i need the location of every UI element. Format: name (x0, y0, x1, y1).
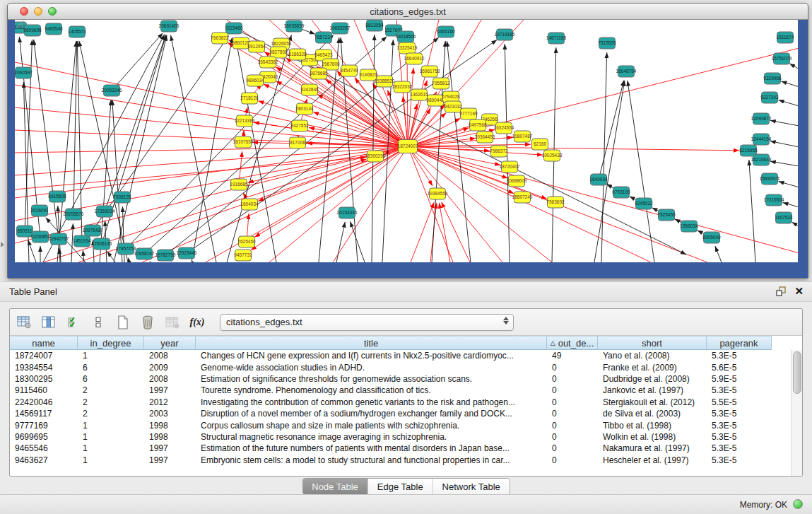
graph-node[interactable]: 10975487 (83, 225, 103, 236)
table-cell[interactable]: 2003 (144, 409, 196, 419)
table-row[interactable]: 946554611997Estimation of the future num… (10, 443, 792, 454)
citation-edge-black[interactable] (749, 160, 755, 262)
column-header-out_de[interactable]: △out_de... (547, 336, 598, 350)
citation-edge-red[interactable] (411, 202, 434, 262)
table-select-dropdown[interactable]: citations_edges.txt (220, 314, 514, 331)
citation-edge-red[interactable] (43, 159, 367, 262)
table-cell[interactable]: 2009 (144, 363, 196, 373)
table-cell[interactable]: Stergiakouli et al. (2012) (598, 397, 707, 407)
table-cell[interactable]: 9777169 (10, 421, 78, 431)
table-cell[interactable]: 9463627 (10, 455, 78, 465)
graph-node[interactable]: 1604934 (240, 199, 259, 210)
graph-node[interactable]: 7986372 (490, 146, 508, 157)
graph-node[interactable]: 7563692 (546, 197, 565, 208)
citation-edge-red[interactable] (254, 146, 408, 237)
network-graph[interactable]: 9463627969969594655461405574206914069115… (15, 20, 798, 262)
citation-edge-black[interactable] (781, 81, 798, 87)
network-canvas[interactable]: 9463627969969594655461405574206914069115… (15, 20, 798, 262)
graph-node[interactable]: 8915505 (48, 191, 66, 202)
graph-node[interactable]: 12923446 (177, 247, 197, 259)
delete-table-icon[interactable] (140, 315, 155, 330)
graph-node[interactable]: 10719185 (495, 29, 515, 40)
graph-node[interactable]: 8813054 (365, 20, 384, 31)
citation-edge-red[interactable] (264, 84, 408, 146)
citation-edge-black[interactable] (114, 35, 167, 262)
table-cell[interactable]: 5.6E-5 (707, 363, 772, 373)
table-cell[interactable]: Structural magnetic resonance image aver… (196, 432, 547, 442)
graph-node[interactable]: 19218506 (396, 31, 416, 42)
graph-node[interactable]: 16107554 (233, 136, 254, 148)
graph-node[interactable]: 17016504 (764, 194, 784, 206)
function-builder-icon[interactable]: f(x) (189, 315, 205, 330)
graph-node[interactable]: 10025438 (542, 150, 563, 161)
table-cell[interactable]: Wolkin et al. (1998) (598, 432, 707, 442)
graph-node[interactable]: 16210643 (751, 154, 772, 165)
citation-edge-black[interactable] (171, 35, 216, 262)
table-row[interactable]: 911546021997Tourette syndrome. Phenomeno… (10, 385, 792, 396)
table-cell[interactable]: 5.3E-5 (707, 455, 772, 465)
table-row[interactable]: 969969511998Structural magnetic resonanc… (10, 431, 792, 443)
citation-edge-black[interactable] (770, 161, 798, 166)
graph-node[interactable]: 16033839 (284, 21, 305, 32)
table-cell[interactable]: 1998 (144, 432, 196, 442)
graph-node[interactable]: 7525450 (657, 209, 676, 221)
table-cell[interactable]: 14569117 (10, 409, 78, 419)
graph-node[interactable]: 12093872 (751, 113, 772, 124)
table-cell[interactable]: 5.3E-5 (707, 432, 772, 442)
minimize-window-button[interactable] (34, 7, 42, 16)
citation-edge-black[interactable] (128, 258, 129, 262)
table-cell[interactable]: 2 (78, 385, 144, 395)
graph-node[interactable]: 9699695 (23, 25, 42, 36)
table-cell[interactable]: 0 (547, 443, 598, 453)
float-panel-icon[interactable] (775, 286, 787, 297)
graph-node[interactable]: 17359934 (95, 206, 115, 217)
graph-node[interactable]: 20206576 (64, 209, 84, 220)
table-cell[interactable]: 9115460 (10, 385, 78, 395)
table-cell[interactable]: Hescheler et al. (1997) (598, 455, 707, 465)
table-cell[interactable]: 2008 (144, 374, 196, 384)
citation-edge-black[interactable] (789, 64, 798, 69)
graph-node[interactable]: 1916685 (230, 179, 248, 190)
table-panel-header[interactable]: Table Panel ✕ (0, 282, 812, 302)
citation-edge-black[interactable] (778, 100, 798, 106)
citation-edge-red[interactable] (15, 157, 366, 189)
graph-node[interactable]: 8905049 (702, 232, 721, 243)
citation-edge-red[interactable] (251, 146, 408, 250)
table-cell[interactable]: 5.5E-5 (707, 397, 772, 407)
table-cell[interactable]: 9465546 (10, 443, 78, 453)
citation-edge-black[interactable] (112, 33, 163, 90)
table-cell[interactable]: Investigating the contribution of common… (196, 397, 547, 407)
table-row[interactable]: 1830029562008Estimation of significance … (10, 373, 792, 385)
table-row[interactable]: 1938455462009Genome-wide association stu… (10, 361, 792, 373)
table-cell[interactable]: 2012 (144, 397, 196, 407)
column-header-short[interactable]: short (598, 336, 707, 350)
graph-node[interactable]: 2016091 (30, 205, 49, 216)
column-header-pagerank[interactable]: pagerank (707, 336, 772, 350)
table-cell[interactable]: Dudbridge et al. (2008) (598, 374, 707, 384)
graph-node[interactable]: 20153346 (337, 207, 358, 218)
table-cell[interactable]: 0 (547, 432, 598, 442)
graph-node[interactable]: 16543382 (258, 57, 278, 68)
table-cell[interactable]: 5.3E-5 (707, 385, 772, 395)
graph-node[interactable]: 9465546 (45, 23, 63, 35)
column-header-name[interactable]: name (10, 336, 78, 350)
citation-edge-black[interactable] (628, 81, 654, 262)
table-cell[interactable]: 5.3E-5 (707, 421, 772, 431)
scrollbar-thumb[interactable] (793, 351, 801, 394)
graph-node[interactable]: 1362615 (410, 89, 428, 100)
zoom-window-button[interactable] (48, 7, 57, 16)
graph-node[interactable]: 16640910 (404, 53, 425, 64)
graph-node[interactable]: 1167533 (775, 212, 793, 223)
graph-node[interactable]: 1640934 (589, 174, 608, 185)
citation-edge-red[interactable] (333, 146, 408, 262)
row-height-icon[interactable] (90, 315, 106, 330)
table-cell[interactable]: Yano et al. (2008) (598, 351, 707, 361)
table-cell[interactable]: Embryonic stem cells: a model to study s… (196, 455, 547, 465)
network-view-window[interactable]: citations_edges.txt 94636279699695946554… (7, 3, 808, 279)
graph-node[interactable]: 7515526 (598, 37, 616, 49)
citation-edge-red[interactable] (439, 203, 450, 262)
graph-node[interactable]: 20691406 (159, 21, 180, 32)
table-cell[interactable]: 1997 (144, 455, 196, 465)
tab-network-table[interactable]: Network Table (433, 479, 510, 494)
graph-node[interactable]: 12505135 (92, 238, 112, 250)
